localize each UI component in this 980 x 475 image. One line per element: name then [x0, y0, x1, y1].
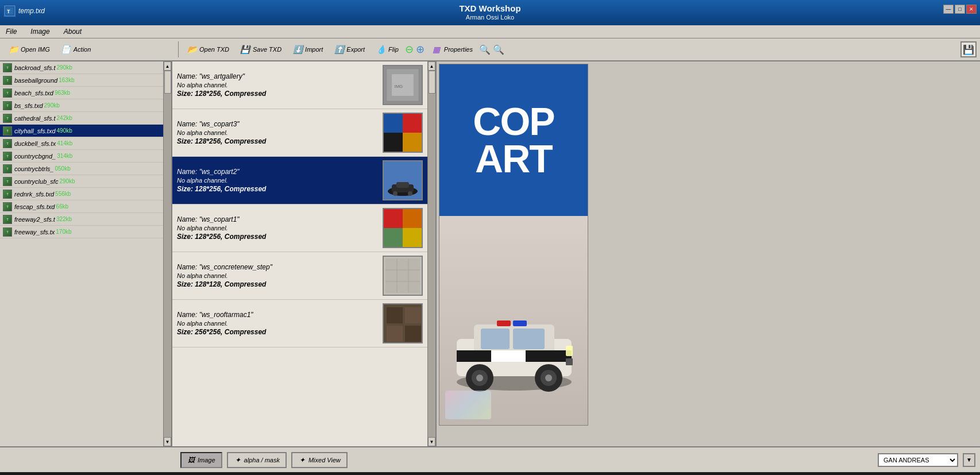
scroll-thumb[interactable]	[429, 71, 435, 94]
open-img-button[interactable]: 📁 Open IMG	[3, 41, 54, 58]
texture-list-scrollbar[interactable]: ▲ ▼	[427, 61, 435, 446]
folder-icon: 📁	[7, 44, 19, 55]
image-view-icon: 🖼	[187, 456, 195, 464]
texture-item-copart1[interactable]: Name: "ws_copart1" No alpha channel. Siz…	[172, 204, 427, 252]
texture-info: Name: "ws_copart2" No alpha channel. Siz…	[177, 168, 378, 193]
file-item[interactable]: T baseballground 163kb	[0, 74, 163, 87]
file-icon: T	[2, 113, 13, 123]
texture-info: Name: "ws_concretenew_step" No alpha cha…	[177, 263, 378, 288]
dropdown-btn[interactable]: ▼	[963, 453, 975, 467]
file-item-selected[interactable]: T cityhall_sfs.txd 490kb	[0, 125, 163, 137]
texture-info: Name: "ws_artgallery" No alpha channel. …	[177, 72, 378, 98]
menu-image[interactable]: Image	[28, 27, 52, 36]
toolbar: 📁 Open IMG 📄 Action 📂 Open TXD 💾 Save TX…	[0, 38, 980, 61]
svg-text:T: T	[7, 9, 10, 14]
texture-item-copart2[interactable]: Name: "ws_copart2" No alpha channel. Siz…	[172, 157, 427, 204]
file-icon: T	[2, 101, 13, 111]
scroll-thumb[interactable]	[164, 71, 171, 94]
mixed-view-button[interactable]: ✦ Mixed View	[291, 452, 348, 468]
circle-blue-icon[interactable]: ⊕	[416, 43, 425, 56]
preview-top-section: COP ART	[439, 64, 588, 216]
file-icon: T	[2, 88, 13, 98]
texture-info: Name: "ws_copart1" No alpha channel. Siz…	[177, 215, 378, 241]
menu-bar: File Image About	[0, 25, 980, 38]
open-txd-icon: 📂	[186, 44, 198, 55]
file-item[interactable]: T fescap_sfs.txd 66kb	[0, 200, 163, 213]
file-item[interactable]: T freeway2_sfs.t 322kb	[0, 213, 163, 226]
file-item[interactable]: T beach_sfs.txd 963kb	[0, 87, 163, 99]
texture-thumb-copart3	[383, 113, 423, 153]
properties-button[interactable]: ▦ Properties	[427, 41, 477, 58]
save-icon: 💾	[240, 44, 251, 55]
save-txd-button[interactable]: 💾 Save TXD	[236, 41, 285, 58]
file-icon: T	[2, 214, 13, 225]
scroll-down-btn[interactable]: ▼	[164, 437, 171, 446]
art-text: ART	[475, 137, 552, 180]
svg-point-10	[408, 191, 412, 196]
file-icon: T	[2, 189, 13, 199]
scroll-down-btn[interactable]: ▼	[428, 437, 435, 446]
circle-green-icon[interactable]: ⊖	[405, 43, 414, 56]
texture-thumb-roof	[383, 303, 423, 343]
file-item[interactable]: T rednrk_sfs.txd 556kb	[0, 188, 163, 200]
menu-about[interactable]: About	[61, 27, 84, 36]
svg-rect-19	[387, 326, 403, 342]
title-bar-left: T temp.txd	[3, 5, 45, 17]
minimize-button[interactable]: —	[943, 5, 954, 14]
svg-rect-8	[396, 182, 409, 188]
file-item[interactable]: T backroad_sfs.t 290kb	[0, 61, 163, 74]
scroll-up-btn[interactable]: ▲	[428, 61, 435, 71]
svg-rect-20	[405, 326, 421, 342]
action-button[interactable]: 📄 Action	[56, 41, 95, 58]
file-list-scrollbar[interactable]: ▲ ▼	[163, 61, 171, 446]
alpha-mask-button[interactable]: ✦ alpha / mask	[227, 452, 287, 468]
svg-rect-37	[566, 346, 573, 356]
action-icon: 📄	[60, 44, 72, 55]
maximize-button[interactable]: □	[955, 5, 965, 14]
zoom-in-icon[interactable]: 🔍	[479, 44, 491, 55]
svg-rect-24	[481, 329, 510, 349]
texture-item-copart3[interactable]: Name: "ws_copart3" No alpha channel. Siz…	[172, 109, 427, 157]
preview-area: COP ART	[437, 61, 980, 446]
image-view-button[interactable]: 🖼 Image	[180, 452, 222, 468]
file-item[interactable]: T countrycbtrls_ 050kb	[0, 163, 163, 175]
alpha-mask-icon: ✦	[234, 456, 242, 464]
cop-art-title: COP ART	[473, 103, 554, 177]
file-icon: T	[2, 164, 13, 174]
left-panel: T backroad_sfs.t 290kb T baseballground …	[0, 61, 172, 446]
window-controls[interactable]: — □ ✕	[943, 5, 977, 14]
game-select[interactable]: GAN ANDREAS GTA III Vice City	[878, 453, 958, 467]
texture-item-artgallery[interactable]: Name: "ws_artgallery" No alpha channel. …	[172, 61, 427, 109]
texture-thumb-artgallery: IMG	[383, 65, 423, 105]
fps-banana-bar: FPSBANANA 1	[0, 472, 980, 475]
bottom-bar: 🖼 Image ✦ alpha / mask ✦ Mixed View GAN …	[0, 446, 980, 472]
file-item[interactable]: T countryclub_sfc 290kb	[0, 175, 163, 188]
svg-point-34	[545, 374, 552, 381]
file-item[interactable]: T freeway_sfs.tx 170kb	[0, 226, 163, 238]
texture-item-roof[interactable]: Name: "ws_rooftarmac1" No alpha channel.…	[172, 300, 427, 347]
zoom-out-icon[interactable]: 🔍	[493, 44, 504, 55]
file-item[interactable]: T bs_sfs.txd 290kb	[0, 99, 163, 112]
file-item[interactable]: T duckbell_sfs.tx 414kb	[0, 137, 163, 150]
menu-file[interactable]: File	[3, 27, 19, 36]
svg-rect-36	[513, 320, 527, 326]
toolbar-right: 💾	[958, 41, 977, 57]
texture-item-concrete[interactable]: Name: "ws_concretenew_step" No alpha cha…	[172, 252, 427, 300]
file-icon: T	[2, 126, 13, 136]
texture-list: Name: "ws_artgallery" No alpha channel. …	[172, 61, 427, 446]
texture-info: Name: "ws_rooftarmac1" No alpha channel.…	[177, 311, 378, 336]
app-icon: T	[3, 5, 16, 17]
close-button[interactable]: ✕	[966, 5, 977, 14]
title-bar: T temp.txd TXD Workshop Arman Ossi Loko …	[0, 0, 980, 25]
file-icon: T	[2, 176, 13, 187]
export-button[interactable]: ⬆️ Export	[329, 41, 369, 58]
import-button[interactable]: ⬇️ Import	[288, 41, 327, 58]
middle-panel: Name: "ws_artgallery" No alpha channel. …	[172, 61, 437, 446]
open-txd-button[interactable]: 📂 Open TXD	[182, 41, 233, 58]
texture-thumb-copart2	[383, 160, 423, 200]
svg-rect-26	[457, 350, 491, 362]
scroll-up-btn[interactable]: ▲	[164, 61, 171, 71]
flip-button[interactable]: 💧 Flip	[371, 41, 403, 58]
file-item[interactable]: T countrycbgnd_ 314kb	[0, 150, 163, 163]
file-item[interactable]: T cathedral_sfs.t 242kb	[0, 112, 163, 125]
